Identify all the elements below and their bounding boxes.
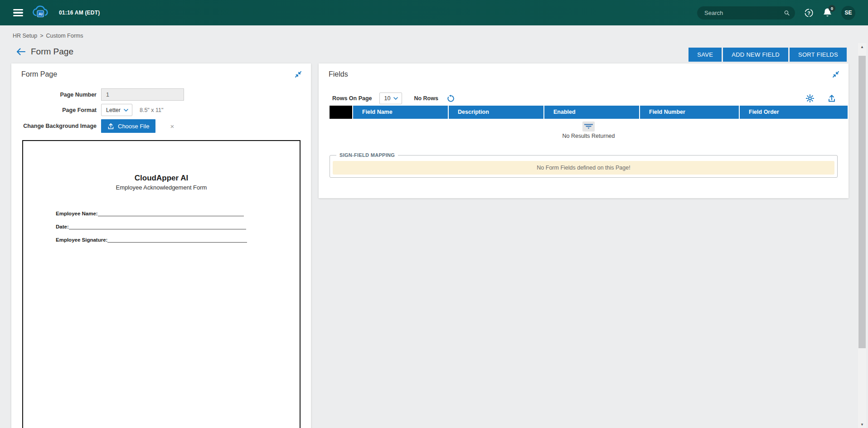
preview-subtitle: Employee Acknowledgement Form <box>23 184 300 191</box>
fields-panel-title: Fields <box>329 70 348 78</box>
row-count-text: No Rows <box>414 95 438 102</box>
cloudapper-logo[interactable]: AI <box>31 5 50 21</box>
breadcrumb-hr-setup[interactable]: HR Setup <box>13 33 37 39</box>
rows-per-page-value: 10 <box>384 95 391 102</box>
scrollbar-thumb[interactable] <box>858 56 866 348</box>
fields-panel: Fields Rows On Page 10 No Rows <box>319 63 849 198</box>
rows-per-page-select[interactable]: 10 <box>379 92 402 104</box>
collapse-panel-icon[interactable] <box>295 71 302 78</box>
preview-field-label: Date: <box>56 224 69 229</box>
sign-field-mapping-section: SIGN-FIELD MAPPING No Form Fields define… <box>330 152 838 178</box>
notification-count-badge: 0 <box>829 5 835 12</box>
chevron-down-icon <box>124 109 128 112</box>
column-field-order: Field Order <box>739 106 848 119</box>
notifications-bell-icon[interactable]: 0 <box>823 8 832 18</box>
user-avatar[interactable]: SE <box>841 6 855 20</box>
form-page-panel: Form Page Page Number Page Format Letter <box>11 63 311 428</box>
vertical-scrollbar[interactable]: ▲ ▼ <box>858 43 866 428</box>
export-icon[interactable] <box>828 94 836 102</box>
help-icon[interactable]: ? <box>804 8 814 18</box>
hamburger-menu-icon[interactable] <box>13 9 23 17</box>
remove-background-icon[interactable]: × <box>170 122 174 130</box>
gear-icon[interactable] <box>806 94 814 102</box>
preview-field-date: Date: <box>56 224 300 229</box>
page-format-dimensions: 8.5" x 11" <box>140 107 163 113</box>
breadcrumb: HR Setup>Custom Forms <box>13 33 83 39</box>
empty-filter-icon <box>582 122 595 131</box>
svg-text:?: ? <box>807 10 810 15</box>
choose-file-label: Choose File <box>118 123 149 130</box>
breadcrumb-separator: > <box>40 33 43 39</box>
scroll-down-arrow[interactable]: ▼ <box>858 421 866 428</box>
column-description: Description <box>448 106 543 119</box>
clock-time: 01:16 AM (EDT) <box>59 10 100 16</box>
search-input[interactable] <box>704 10 784 16</box>
column-field-name: Field Name <box>352 106 448 119</box>
page-format-label: Page Format <box>11 107 97 113</box>
preview-title: CloudApper AI <box>23 174 300 183</box>
fields-table-header: Field Name Description Enabled Field Num… <box>330 106 848 119</box>
cloud-ai-logo-icon: AI <box>31 5 50 21</box>
page-number-label: Page Number <box>11 92 97 98</box>
top-bar: AI 01:16 AM (EDT) ? 0 SE <box>0 0 868 25</box>
save-button[interactable]: SAVE <box>689 48 722 62</box>
sign-field-mapping-legend: SIGN-FIELD MAPPING <box>336 152 398 158</box>
preview-field-label: Employee Signature: <box>56 237 107 243</box>
chevron-down-icon <box>393 97 398 100</box>
column-select <box>330 106 352 119</box>
no-form-fields-alert: No Form Fields defined on this Page! <box>333 161 834 175</box>
preview-field-label: Employee Name: <box>56 211 98 216</box>
search-box[interactable] <box>697 6 795 19</box>
page-format-value: Letter <box>106 107 121 113</box>
back-arrow-icon[interactable] <box>16 48 26 56</box>
signature-line <box>107 238 247 243</box>
rows-on-page-label: Rows On Page <box>332 95 372 102</box>
add-new-field-button[interactable]: ADD NEW FIELD <box>723 48 788 62</box>
choose-file-button[interactable]: Choose File <box>101 119 155 133</box>
signature-line <box>98 211 244 216</box>
scroll-up-arrow[interactable]: ▲ <box>858 43 866 50</box>
signature-line <box>69 224 246 229</box>
upload-icon <box>107 123 114 130</box>
collapse-panel-icon[interactable] <box>832 71 839 78</box>
no-results-text: No Results Returned <box>330 133 848 139</box>
sort-fields-button[interactable]: SORT FIELDS <box>790 48 847 62</box>
svg-text:AI: AI <box>39 12 43 16</box>
column-field-number: Field Number <box>639 106 739 119</box>
change-background-image-label: Change Background Image <box>11 123 97 129</box>
search-icon[interactable] <box>784 9 790 17</box>
page-format-select[interactable]: Letter <box>101 104 132 116</box>
refresh-icon[interactable] <box>446 95 454 102</box>
column-enabled: Enabled <box>543 106 639 119</box>
preview-field-employee-signature: Employee Signature: <box>56 237 300 243</box>
form-panel-title: Form Page <box>21 70 57 78</box>
page-title: Form Page <box>31 47 73 57</box>
page-number-input[interactable] <box>101 88 184 101</box>
form-preview: CloudApper AI Employee Acknowledgement F… <box>22 140 301 428</box>
preview-field-employee-name: Employee Name: <box>56 211 300 216</box>
breadcrumb-custom-forms[interactable]: Custom Forms <box>46 33 83 39</box>
